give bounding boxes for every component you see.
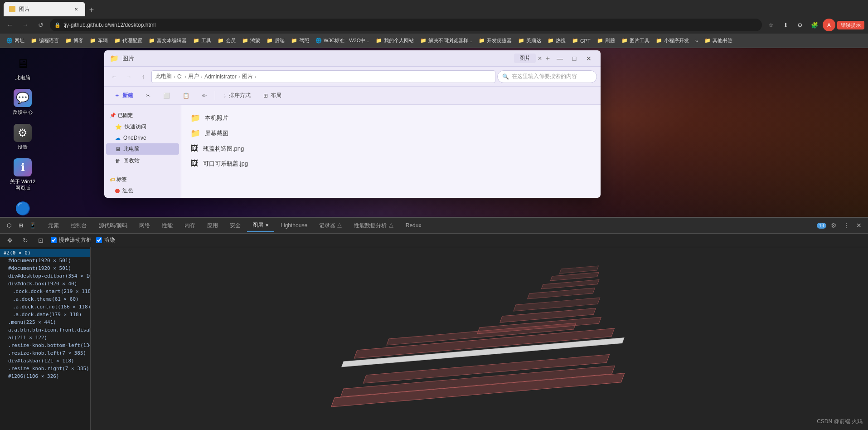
bookmark-个人网站[interactable]: 📁我的个人网站 — [373, 35, 417, 46]
close-button[interactable]: ✕ — [582, 54, 595, 64]
fe-sidebar-recycle[interactable]: 🗑 回收站 — [106, 155, 179, 166]
bookmark-icon[interactable]: ☆ — [765, 19, 777, 31]
bookmark-驾照[interactable]: 📁驾照 — [288, 35, 312, 46]
tree-item-dock-control[interactable]: .a.dock.control(166 × 118) — [0, 303, 90, 311]
bookmark-w3c[interactable]: 🌐W3C标准 - W3C中... — [313, 35, 372, 46]
devtools-tab-安全[interactable]: 安全 — [224, 219, 246, 232]
devtools-rotate-btn[interactable]: ↻ — [20, 235, 31, 246]
devtools-tab-内存[interactable]: 内存 — [179, 219, 201, 232]
tab-close-icon[interactable]: ✕ — [73, 5, 80, 13]
tree-item-taskbar[interactable]: div#taskbar(121 × 118) — [0, 357, 90, 365]
bookmark-后端[interactable]: 📁后端 — [264, 35, 287, 46]
render-checkbox[interactable]: 渲染 — [96, 236, 115, 244]
translate-button[interactable]: 错误提示 — [837, 21, 864, 29]
bookmark-more[interactable]: » — [693, 35, 701, 46]
devtools-tab-性能[interactable]: 性能 — [156, 219, 178, 232]
devtools-tab-网络[interactable]: 网络 — [134, 219, 155, 232]
bookmark-博客[interactable]: 📁博客 — [63, 35, 86, 46]
bookmark-车辆[interactable]: 📁车辆 — [87, 35, 111, 46]
bookmark-gpt[interactable]: 📁GPT — [569, 35, 593, 46]
maximize-button[interactable]: □ — [568, 54, 581, 64]
bookmark-网址[interactable]: 🌐网址 — [4, 35, 27, 46]
bookmark-鸿蒙[interactable]: 📁鸿蒙 — [239, 35, 263, 46]
tree-item-btn[interactable]: a.a.btn.btn-icon.front.disabled(446 × ..… — [0, 326, 90, 334]
breadcrumb-c[interactable]: C: — [177, 73, 183, 80]
devtools-device-icon[interactable]: 📱 — [27, 220, 38, 231]
desktop-icon-thispc[interactable]: 🖥 此电脑 — [5, 53, 41, 83]
fe-tab-label[interactable]: 图片 — [514, 54, 536, 63]
bookmark-富文本编辑器[interactable]: 📁富文本编辑器 — [146, 35, 189, 46]
tree-item-doc1[interactable]: #document(1920 × 501) — [0, 257, 90, 264]
tree-item-dock-date[interactable]: .a.dock.date(179 × 118) — [0, 311, 90, 318]
bookmark-会员[interactable]: 📁会员 — [215, 35, 238, 46]
fe-new-btn[interactable]: ＋ 新建 — [110, 89, 138, 102]
desktop-icon-settings[interactable]: ⚙ 设置 — [5, 122, 41, 152]
desktop-icon-feedback[interactable]: 💬 反馈中心 — [5, 87, 41, 117]
fe-up-btn[interactable]: ↑ — [137, 70, 150, 83]
devtools-tab-图层[interactable]: 图层✕ — [247, 219, 274, 232]
devtools-tab-redux[interactable]: Redux — [400, 219, 427, 232]
devtools-cursor-icon[interactable]: ⬡ — [4, 220, 15, 231]
tree-item-dock-box[interactable]: div#dock-box(1920 × 40) — [0, 280, 90, 288]
refresh-button[interactable]: ↺ — [34, 19, 47, 31]
tree-item-1206[interactable]: #1206(1106 × 326) — [0, 372, 90, 380]
tree-item-resize-right[interactable]: .resize-knob.right(7 × 385) — [0, 365, 90, 372]
devtools-tab-控制台[interactable]: 控制台 — [65, 219, 92, 232]
tree-item-dock-start[interactable]: .dock.dock-start(219 × 118) — [0, 288, 90, 295]
minimize-button[interactable]: — — [553, 54, 566, 64]
bookmark-美顺达[interactable]: 📁美顺达 — [515, 35, 544, 46]
fe-sidebar-thispc[interactable]: 🖥 此电脑 — [106, 143, 179, 155]
bookmark-解决浏览器[interactable]: 📁解决不同浏览器样... — [417, 35, 475, 46]
breadcrumb-pictures[interactable]: 图片 — [242, 73, 253, 80]
new-tab-button[interactable]: + — [85, 4, 98, 16]
desktop-icon-about[interactable]: ℹ 关于 Win12 网页版 — [5, 156, 41, 193]
settings-icon[interactable]: ⚙ — [794, 19, 806, 31]
fe-copy-btn[interactable]: ⬜ — [159, 89, 175, 102]
tree-item-menu[interactable]: .menu(225 × 441) — [0, 318, 90, 326]
forward-button[interactable]: → — [19, 19, 32, 31]
back-button[interactable]: ← — [4, 19, 16, 31]
tree-item-ai[interactable]: ai(211 × 122) — [0, 334, 90, 342]
bookmark-编程语言[interactable]: 📁编程语言 — [28, 35, 62, 46]
download-icon[interactable]: ⬇ — [779, 19, 792, 31]
fe-back-btn[interactable]: ← — [108, 70, 121, 83]
tree-item-doc2[interactable]: #document(1920 × 501) — [0, 264, 90, 272]
fe-cut-btn[interactable]: ✂ — [141, 89, 155, 102]
devtools-tab-性能数据分析[interactable]: 性能数据分析 △ — [349, 219, 399, 232]
breadcrumb-thispc[interactable]: 此电脑 — [155, 73, 172, 80]
fe-tag-blue[interactable]: 蓝色 — [106, 197, 179, 198]
fe-add-tab-icon[interactable]: + — [546, 54, 550, 63]
devtools-tab-源代码[interactable]: 源代码/源码 — [93, 219, 133, 232]
bookmark-代理配置[interactable]: 📁代理配置 — [112, 35, 145, 46]
devtools-tab-记录器[interactable]: 记录器 △ — [314, 219, 348, 232]
devtools-close-btn[interactable]: ✕ — [853, 220, 864, 231]
file-item-可口可乐瓶盖[interactable]: 🖼 可口可乐瓶盖.jpg — [187, 156, 595, 171]
devtools-inspector-icon[interactable]: ⊞ — [15, 220, 26, 231]
extensions-icon[interactable]: 🧩 — [808, 19, 821, 31]
fe-tag-red[interactable]: 红色 — [106, 185, 179, 196]
devtools-pan-btn[interactable]: ✥ — [5, 235, 15, 246]
file-item-本机照片[interactable]: 📁 本机照片 — [187, 110, 595, 126]
tree-item-root[interactable]: #2(0 × 0) — [0, 249, 90, 257]
bookmark-热搜[interactable]: 📁热搜 — [545, 35, 568, 46]
fe-layout-btn[interactable]: ⊞ 布局 — [259, 89, 286, 102]
devtools-more-btn[interactable]: ⋮ — [841, 220, 852, 231]
breadcrumb-admin[interactable]: Administrator — [204, 73, 237, 80]
profile-icon[interactable]: A — [823, 19, 835, 31]
fe-paste-btn[interactable]: 📋 — [178, 89, 194, 102]
fe-forward-btn[interactable]: → — [122, 70, 135, 83]
file-item-屏幕截图[interactable]: 📁 屏幕截图 — [187, 126, 595, 141]
fe-rename-btn[interactable]: ✏ — [198, 89, 211, 102]
fe-close-tab-icon[interactable]: ✕ — [538, 55, 542, 62]
bookmark-图片工具[interactable]: 📁图片工具 — [619, 35, 652, 46]
tree-item-resize-left[interactable]: .resize-knob.left(7 × 385) — [0, 349, 90, 357]
devtools-tab-元素[interactable]: 元素 — [43, 219, 64, 232]
devtools-tab-lighthouse[interactable]: Lighthouse — [275, 219, 313, 232]
devtools-settings-btn[interactable]: ⚙ — [828, 220, 839, 231]
breadcrumb-user[interactable]: 用户 — [188, 73, 199, 80]
devtools-reset-btn[interactable]: ⊡ — [35, 235, 46, 246]
file-item-瓶盖构造图[interactable]: 🖼 瓶盖构造图.png — [187, 141, 595, 156]
devtools-tab-应用[interactable]: 应用 — [202, 219, 223, 232]
tree-item-desktop-editbar[interactable]: div#desktop-editbar(354 × 100) — [0, 272, 90, 280]
slow-scroll-checkbox[interactable]: 慢速滚动方框 — [51, 236, 92, 244]
